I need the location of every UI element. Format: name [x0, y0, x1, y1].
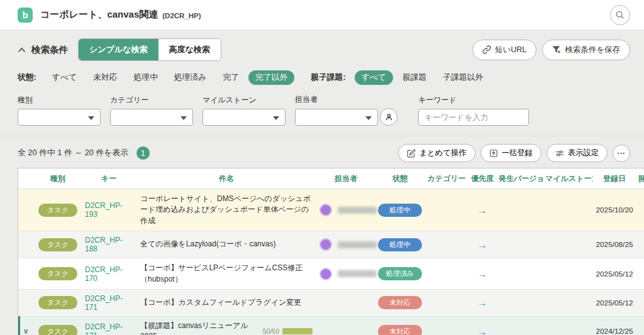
bulk-register-button[interactable]: 一括登録	[480, 144, 541, 162]
tab-simple-search[interactable]: シンプルな検索	[79, 39, 158, 60]
display-settings-button[interactable]: 表示設定	[547, 144, 608, 162]
issue-type-badge: タスク	[38, 238, 77, 251]
milestone-cell	[544, 231, 593, 258]
assignee-name-redacted	[338, 241, 377, 248]
issue-key-link[interactable]: D2CR_HP-121	[85, 322, 123, 335]
issue-key-link[interactable]: D2CR_HP-171	[85, 294, 123, 312]
more-actions-button[interactable]: …	[613, 145, 630, 162]
parent-child-filter-option[interactable]: 親課題	[396, 70, 433, 85]
column-header: 開始日	[636, 168, 644, 189]
status-filter-option[interactable]: 処理中	[127, 70, 165, 85]
issue-key-link[interactable]: D2CR_HP-188	[85, 236, 123, 253]
keyword-input[interactable]	[418, 109, 529, 126]
issue-subject[interactable]: 全ての画像をLazyload(コーポ・canvas)	[140, 239, 313, 250]
status-filter-option[interactable]: すべて	[45, 70, 84, 85]
issue-row[interactable]: タスク D2CR_HP-193 コーポレートサイト、DMSページへのダッシュボー…	[18, 189, 644, 231]
global-search-button[interactable]	[610, 5, 630, 25]
issue-subject[interactable]: 【コーポ】カスタムフィールドプラグイン変更	[140, 297, 313, 308]
assignee-name-redacted	[338, 270, 377, 277]
category-cell	[426, 231, 467, 258]
chevron-down-icon	[180, 116, 187, 120]
progress-label: 50/50	[263, 327, 279, 335]
filter-fields-row: 種別カテゴリーマイルストーン担当者キーワード	[18, 94, 630, 126]
collapse-search-panel-button[interactable]: 検索条件	[18, 44, 78, 56]
result-summary: 全 20 件中 1 件 ～ 20 件を表示	[18, 148, 128, 158]
parent-child-filter-option[interactable]: すべて	[355, 70, 393, 85]
start-date-cell	[636, 189, 644, 231]
status-badge: 処理中	[378, 204, 422, 217]
expander-column-header	[18, 168, 33, 189]
issue-row[interactable]: タスク D2CR_HP-170 【コーポ】サービスLPページフォームCSS修正（…	[18, 258, 644, 290]
assignee-name-redacted	[338, 207, 377, 214]
filter-select[interactable]	[110, 109, 193, 126]
version-cell	[497, 231, 544, 258]
column-header: カテゴリー	[426, 168, 467, 189]
column-header: 登録日	[593, 168, 636, 189]
issue-subject[interactable]: 【コーポ】サービスLPページフォームCSS修正（hubspot）	[140, 263, 313, 285]
filter-select[interactable]	[295, 109, 378, 126]
start-date-cell	[636, 316, 644, 335]
field-label: 種別	[18, 95, 101, 106]
short-url-label: 短いURL	[495, 45, 526, 55]
assignee-avatar	[320, 239, 331, 250]
version-cell	[497, 258, 544, 290]
tab-advanced-search[interactable]: 高度な検索	[158, 39, 221, 60]
status-filter-option[interactable]: 処理済み	[167, 70, 214, 85]
issue-table-container: 種別キー件名担当者状態カテゴリー優先度発生バージョンマイルストーン登録日開始日 …	[18, 168, 644, 335]
search-mode-tabs: シンプルな検索 高度な検索	[78, 38, 221, 61]
expander-icon[interactable]: ∨	[23, 327, 29, 335]
priority-normal-icon: →	[478, 297, 487, 308]
issue-key-link[interactable]: D2CR_HP-193	[85, 201, 123, 219]
page-1-button[interactable]: 1	[136, 146, 150, 160]
status-badge: 未対応	[378, 325, 422, 335]
bulk-edit-label: まとめて操作	[419, 148, 467, 158]
version-cell	[497, 189, 544, 231]
assignee-avatar	[320, 204, 331, 216]
project-key: (D2CR_HP)	[162, 12, 201, 19]
bulk-edit-button[interactable]: まとめて操作	[398, 144, 475, 162]
issue-subject[interactable]: コーポレートサイト、DMSページへのダッシュボード埋め込みおよびダッシュボード単…	[140, 194, 313, 226]
column-header: 状態	[374, 168, 426, 189]
field-label: マイルストーン	[203, 95, 286, 106]
priority-normal-icon: →	[478, 205, 487, 216]
issue-row[interactable]: タスク D2CR_HP-171 【コーポ】カスタムフィールドプラグイン変更 未対…	[18, 289, 644, 316]
registered-date: 2025/05/12	[593, 258, 636, 290]
issue-row[interactable]: タスク D2CR_HP-188 全ての画像をLazyload(コーポ・canva…	[18, 231, 644, 258]
column-header: 発生バージョン	[497, 168, 544, 189]
registered-date: 2025/05/12	[593, 289, 636, 316]
filter-select[interactable]	[18, 109, 101, 126]
search-conditions-title: 検索条件	[31, 44, 68, 56]
issue-key-link[interactable]: D2CR_HP-170	[85, 265, 123, 283]
registered-date: 2025/10/20	[593, 189, 636, 231]
save-search-conditions-button[interactable]: 検索条件を保存	[542, 40, 630, 60]
status-filter-option[interactable]: 完了	[216, 70, 246, 85]
issue-row[interactable]: ∨ タスク D2CR_HP-121 【親課題】canvasリニューアル2025 …	[18, 316, 644, 335]
top-bar: b コーポレート、canvas関連 (D2CR_HP)	[0, 0, 644, 30]
status-filter-option[interactable]: 未対応	[86, 70, 124, 85]
display-settings-label: 表示設定	[568, 148, 599, 158]
assign-me-button[interactable]	[380, 108, 397, 126]
search-icon	[615, 10, 625, 20]
search-conditions-panel: 検索条件 シンプルな検索 高度な検索 短いURL	[0, 30, 644, 136]
bulk-register-label: 一括登録	[502, 148, 533, 158]
parent-child-filter-option[interactable]: 子課題以外	[436, 70, 490, 85]
milestone-cell	[544, 189, 593, 231]
parent-child-filter-options: すべて親課題子課題以外	[355, 70, 491, 85]
milestone-cell	[544, 289, 593, 316]
column-header: 担当者	[318, 168, 374, 189]
filter-select[interactable]	[203, 109, 286, 126]
version-cell	[497, 316, 544, 335]
column-header: マイルストーン	[544, 168, 593, 189]
column-header: キー	[82, 168, 135, 189]
registered-date: 2024/12/25	[593, 316, 636, 335]
person-icon	[384, 113, 394, 122]
status-filter-option[interactable]: 完了以外	[248, 70, 294, 85]
project-title: コーポレート、canvas関連	[40, 9, 158, 21]
issue-table: 種別キー件名担当者状態カテゴリー優先度発生バージョンマイルストーン登録日開始日 …	[18, 168, 644, 335]
parent-child-filter-label: 親子課題:	[311, 72, 345, 83]
issue-subject[interactable]: 【親課題】canvasリニューアル2025	[140, 321, 258, 335]
column-header: 種別	[33, 168, 82, 189]
link-icon	[482, 45, 491, 54]
short-url-button[interactable]: 短いURL	[472, 40, 536, 60]
app-logo: b	[18, 8, 33, 23]
